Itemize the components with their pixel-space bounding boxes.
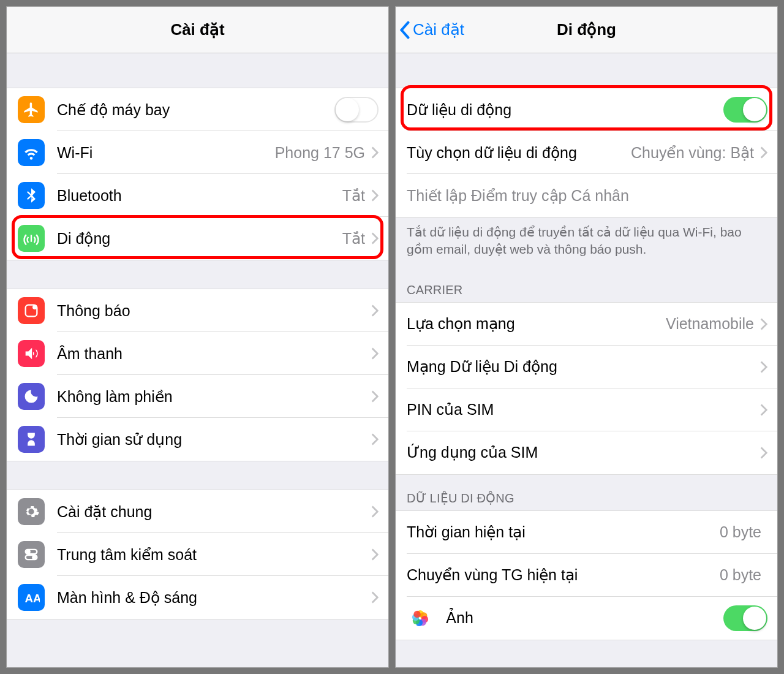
row-screentime[interactable]: Thời gian sử dụng <box>7 418 388 461</box>
row-control-center[interactable]: Trung tâm kiểm soát <box>7 533 388 576</box>
chevron-right-icon <box>371 305 379 317</box>
chevron-right-icon <box>760 361 767 373</box>
display-icon: AA <box>18 584 45 611</box>
cellular-data-label: Dữ liệu di động <box>407 101 723 119</box>
chevron-right-icon <box>371 591 379 604</box>
chevron-right-icon <box>371 189 379 202</box>
group-carrier: Lựa chọn mạng Vietnamobile Mạng Dữ liệu … <box>396 302 777 475</box>
photos-app-label: Ảnh <box>446 609 723 627</box>
settings-screen: Cài đặt Chế độ máy bay Wi-Fi Phong 17 5G <box>6 6 389 668</box>
carrier-header: CARRIER <box>396 267 777 302</box>
svg-point-14 <box>413 610 420 617</box>
sound-icon <box>18 340 45 367</box>
row-display[interactable]: AA Màn hình & Độ sáng <box>7 576 388 619</box>
cellular-data-toggle[interactable] <box>723 97 767 123</box>
chevron-right-icon <box>371 146 379 159</box>
chevron-right-icon <box>760 318 767 330</box>
chevron-right-icon <box>760 146 767 159</box>
svg-point-1 <box>32 305 37 309</box>
data-usage-header: DỮ LIỆU DI ĐỘNG <box>396 475 777 510</box>
row-dnd[interactable]: Không làm phiền <box>7 375 388 418</box>
airplane-icon <box>18 96 45 123</box>
group-connectivity: Chế độ máy bay Wi-Fi Phong 17 5G Bluetoo… <box>7 88 388 260</box>
screentime-label: Thời gian sử dụng <box>57 431 371 449</box>
data-options-value: Chuyển vùng: Bật <box>631 144 754 162</box>
screentime-icon <box>18 426 45 453</box>
photos-app-toggle[interactable] <box>723 605 767 631</box>
bluetooth-value: Tắt <box>342 187 365 205</box>
general-icon <box>18 498 45 525</box>
cellular-footer-text: Tắt dữ liệu di động để truyền tất cả dữ … <box>396 218 777 267</box>
row-general[interactable]: Cài đặt chung <box>7 490 388 533</box>
sound-label: Âm thanh <box>57 345 371 363</box>
chevron-left-icon <box>399 21 410 39</box>
roaming-period-label: Chuyển vùng TG hiện tại <box>407 566 720 584</box>
page-title: Di động <box>557 20 616 39</box>
network-selection-value: Vietnamobile <box>666 315 754 333</box>
current-period-label: Thời gian hiện tại <box>407 523 720 541</box>
data-options-label: Tùy chọn dữ liệu di động <box>407 144 631 162</box>
airplane-toggle[interactable] <box>334 97 379 123</box>
row-sim-apps[interactable]: Ứng dụng của SIM <box>396 431 777 474</box>
cellular-value: Tắt <box>342 230 365 248</box>
row-sim-pin[interactable]: PIN của SIM <box>396 388 777 431</box>
navbar-left: Cài đặt <box>7 7 388 53</box>
row-data-options[interactable]: Tùy chọn dữ liệu di động Chuyển vùng: Bậ… <box>396 131 777 174</box>
chevron-right-icon <box>371 548 379 561</box>
row-bluetooth[interactable]: Bluetooth Tắt <box>7 174 388 217</box>
cellular-content: Dữ liệu di động Tùy chọn dữ liệu di động… <box>396 53 777 667</box>
row-sound[interactable]: Âm thanh <box>7 332 388 375</box>
cellular-screen: Cài đặt Di động Dữ liệu di động Tùy chọn… <box>395 6 778 668</box>
chevron-right-icon <box>760 447 767 459</box>
row-current-period[interactable]: Thời gian hiện tại 0 byte <box>396 511 777 554</box>
network-selection-label: Lựa chọn mạng <box>407 315 666 333</box>
chevron-right-icon <box>371 433 379 445</box>
data-network-label: Mạng Dữ liệu Di động <box>407 358 760 376</box>
group-notifications: Thông báo Âm thanh Không làm phiền <box>7 289 388 461</box>
svg-point-5 <box>32 556 36 559</box>
row-hotspot: Thiết lập Điểm truy cập Cá nhân <box>396 174 777 217</box>
wifi-icon <box>18 139 45 166</box>
notifications-icon <box>18 297 45 324</box>
group-general: Cài đặt chung Trung tâm kiểm soát AA Màn… <box>7 490 388 619</box>
row-wifi[interactable]: Wi-Fi Phong 17 5G <box>7 131 388 174</box>
svg-point-3 <box>27 550 30 553</box>
chevron-right-icon <box>371 347 379 360</box>
wifi-value: Phong 17 5G <box>275 144 365 162</box>
row-notifications[interactable]: Thông báo <box>7 289 388 332</box>
chevron-right-icon <box>371 232 379 244</box>
bluetooth-icon <box>18 182 45 209</box>
navbar-right: Cài đặt Di động <box>396 7 777 53</box>
settings-content: Chế độ máy bay Wi-Fi Phong 17 5G Bluetoo… <box>7 53 388 667</box>
sim-pin-label: PIN của SIM <box>407 401 760 418</box>
sim-apps-label: Ứng dụng của SIM <box>407 444 760 461</box>
control-center-label: Trung tâm kiểm soát <box>57 546 371 564</box>
back-button[interactable]: Cài đặt <box>399 20 464 39</box>
cellular-label: Di động <box>57 230 342 248</box>
wifi-label: Wi-Fi <box>57 144 275 162</box>
row-data-network[interactable]: Mạng Dữ liệu Di động <box>396 346 777 388</box>
hotspot-label: Thiết lập Điểm truy cập Cá nhân <box>407 187 767 205</box>
svg-text:AA: AA <box>25 592 40 605</box>
roaming-period-value: 0 byte <box>720 566 761 584</box>
photos-app-icon <box>407 605 434 632</box>
notifications-label: Thông báo <box>57 302 371 320</box>
group-cellular-data: Dữ liệu di động Tùy chọn dữ liệu di động… <box>396 88 777 218</box>
group-data-usage: Thời gian hiện tại 0 byte Chuyển vùng TG… <box>396 510 777 640</box>
row-airplane[interactable]: Chế độ máy bay <box>7 88 388 131</box>
display-label: Màn hình & Độ sáng <box>57 589 371 607</box>
row-roaming-period[interactable]: Chuyển vùng TG hiện tại 0 byte <box>396 554 777 597</box>
row-app-photos[interactable]: Ảnh <box>396 597 777 640</box>
airplane-label: Chế độ máy bay <box>57 101 334 119</box>
general-label: Cài đặt chung <box>57 503 371 521</box>
dnd-label: Không làm phiền <box>57 388 371 406</box>
control-center-icon <box>18 541 45 568</box>
row-network-selection[interactable]: Lựa chọn mạng Vietnamobile <box>396 303 777 346</box>
dnd-icon <box>18 383 45 410</box>
bluetooth-label: Bluetooth <box>57 187 342 205</box>
back-label: Cài đặt <box>413 20 464 39</box>
row-cellular-data[interactable]: Dữ liệu di động <box>396 88 777 131</box>
row-cellular[interactable]: Di động Tắt <box>7 217 388 260</box>
chevron-right-icon <box>371 505 379 518</box>
current-period-value: 0 byte <box>720 523 761 541</box>
